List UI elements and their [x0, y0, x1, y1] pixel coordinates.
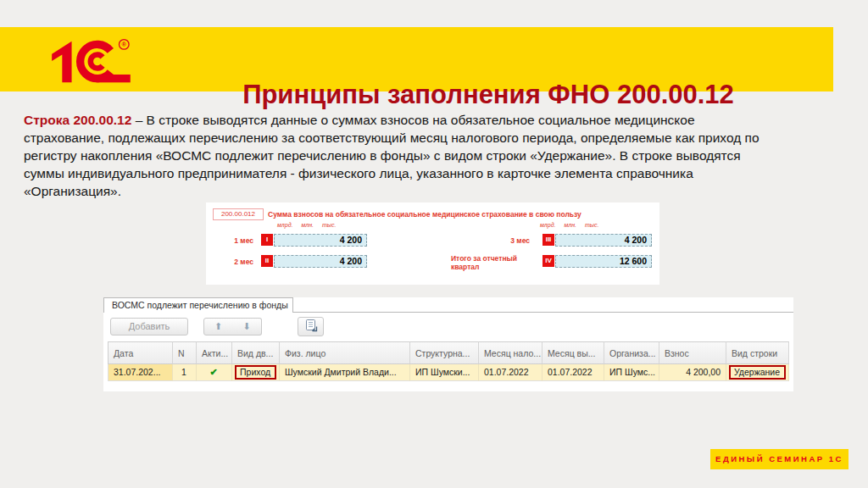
label-quarter-total: Итого за отчетный квартал [451, 254, 534, 271]
field-quarter-total[interactable]: 12 600 [555, 255, 652, 268]
register-screenshot: ВОСМС подлежит перечислению в фонды Доба… [103, 297, 793, 391]
cell-active[interactable]: ✔ [197, 364, 232, 381]
table-header-row: Дата N Акти... Вид дв... Физ. лицо Струк… [108, 341, 789, 364]
label-month-1: 1 мес [213, 236, 253, 245]
field-month-3[interactable]: 4 200 [555, 234, 652, 247]
roman-box-3: III [542, 234, 554, 246]
label-month-3: 3 мес [479, 236, 530, 245]
field-month-2[interactable]: 4 200 [274, 255, 367, 268]
cell-tax-month[interactable]: 01.07.2022 [479, 364, 542, 381]
cell-amount[interactable]: 4 200,00 [659, 364, 726, 381]
roman-box-1: I [261, 234, 273, 246]
column-header-movement[interactable]: Вид дв... [232, 341, 280, 364]
arrow-down-icon: ⬇ [242, 321, 250, 331]
cell-pay-month[interactable]: 01.07.2022 [542, 364, 604, 381]
column-header-unit[interactable]: Структурна... [410, 341, 479, 364]
add-button[interactable]: Добавить [110, 318, 188, 336]
column-header-active[interactable]: Акти... [197, 341, 232, 364]
intro-line-1: – В строке выводятся данные о суммах взн… [131, 113, 694, 127]
registered-mark: ® [122, 41, 127, 48]
roman-box-4: IV [542, 255, 554, 267]
open-register-button[interactable] [298, 317, 324, 336]
page-title: Принципы заполнения ФНО 200.00.12 [242, 80, 734, 110]
register-icon [304, 319, 318, 336]
column-header-amount[interactable]: Взнос [659, 341, 726, 364]
column-header-pay-month[interactable]: Месяц вы... [542, 341, 604, 364]
cell-n[interactable]: 1 [173, 364, 197, 381]
field-month-1[interactable]: 4 200 [274, 234, 367, 247]
units-left: млрд. млн. тыс. [277, 222, 336, 228]
cell-date[interactable]: 31.07.202... [108, 364, 173, 381]
annotation-box-movement: Приход [235, 365, 276, 380]
register-table: Дата N Акти... Вид дв... Физ. лицо Струк… [108, 341, 789, 381]
annotation-box-row-type: Удержание [729, 365, 786, 380]
intro-paragraph: Строка 200.00.12 – В строке выводятся да… [24, 111, 760, 200]
intro-line-4: суммы индивидуального предпринимателя - … [24, 164, 760, 182]
move-up-button[interactable]: ⬆ [203, 318, 233, 336]
form-title: Сумма взносов на обязательное социальное… [268, 210, 581, 219]
units-right: млрд. млн. тыс. [540, 222, 598, 228]
check-icon: ✔ [209, 367, 217, 377]
column-header-date[interactable]: Дата [108, 341, 173, 364]
cell-org[interactable]: ИП Шумс... [604, 364, 659, 381]
column-header-row-type[interactable]: Вид строки [726, 341, 789, 364]
column-header-org[interactable]: Организа... [604, 341, 659, 364]
form-code-box: 200.00.012 [213, 208, 264, 220]
roman-box-2: II [261, 255, 273, 267]
intro-line-3: регистру накопления «ВОСМС подлежит пере… [24, 147, 760, 164]
table-row[interactable]: 31.07.202... 1 ✔ Приход Шумский Дмитрий … [108, 364, 789, 381]
column-header-n[interactable]: N [173, 341, 197, 364]
intro-lead: Строка 200.00.12 [24, 113, 131, 127]
column-header-person[interactable]: Физ. лицо [280, 341, 410, 364]
seminar-badge: ЕДИНЫЙ СЕМИНАР 1С [710, 449, 849, 469]
column-header-tax-month[interactable]: Месяц нало... [479, 341, 542, 364]
1c-logo-icon: ® [47, 37, 135, 86]
move-down-button[interactable]: ⬇ [232, 318, 262, 336]
slide: Принципы заполнения ФНО 200.00.12 ® Стро… [0, 0, 868, 488]
intro-line-2: страхование, подлежащих перечислению за … [24, 129, 760, 147]
tab-vosms-register[interactable]: ВОСМС подлежит перечислению в фонды [103, 297, 293, 313]
cell-movement[interactable]: Приход [232, 364, 280, 381]
intro-line-5: «Организация». [24, 182, 760, 200]
form-screenshot: 200.00.012 Сумма взносов на обязательное… [206, 202, 659, 285]
arrow-up-icon: ⬆ [214, 321, 222, 331]
label-month-2: 2 мес [213, 258, 253, 266]
cell-row-type[interactable]: Удержание [726, 364, 789, 381]
cell-unit[interactable]: ИП Шумски... [410, 364, 479, 381]
cell-person[interactable]: Шумский Дмитрий Влади... [280, 364, 410, 381]
